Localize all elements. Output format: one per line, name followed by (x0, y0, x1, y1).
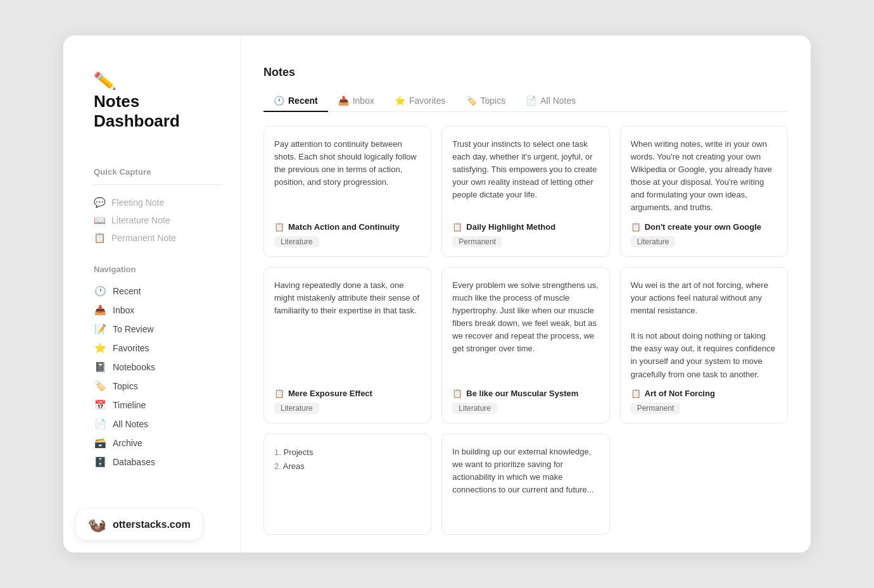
sidebar-item-notebooks[interactable]: 📓 Notebooks (94, 358, 222, 377)
note-card[interactable]: Pay attention to continuity between shot… (263, 126, 431, 257)
tab-recent[interactable]: 🕐 Recent (263, 91, 328, 112)
sidebar-item-databases[interactable]: 🗄️ Databases (94, 453, 222, 472)
note-tag: Permanent (631, 403, 681, 414)
quick-capture-literature[interactable]: 📖 Literature Note (94, 211, 222, 229)
list-item: Projects (274, 446, 421, 460)
tab-favorites-label: Favorites (409, 96, 446, 106)
sidebar-item-timeline[interactable]: 📅 Timeline (94, 396, 222, 415)
note-card[interactable]: Projects Areas (263, 434, 431, 535)
note-body-para2: It is not about doing nothing or taking … (631, 330, 777, 381)
note-footer: 📋 Match Action and Continuity Literature (274, 222, 421, 247)
note-body: When writing notes, write in your own wo… (631, 138, 777, 215)
tab-favorites[interactable]: ⭐ Favorites (384, 91, 456, 112)
sidebar-item-databases-label: Databases (113, 457, 155, 467)
sidebar-item-topics-label: Topics (113, 381, 138, 391)
favorites-icon: ⭐ (94, 342, 106, 354)
sidebar-item-archive[interactable]: 🗃️ Archive (94, 434, 222, 453)
note-body: Every problem we solve strengthens us, m… (452, 279, 598, 381)
note-body: In building up our external knowledge, w… (452, 446, 598, 525)
tab-topics-label: Topics (481, 96, 506, 106)
note-card[interactable]: Every problem we solve strengthens us, m… (441, 267, 609, 423)
note-title: Art of Not Forcing (645, 389, 715, 398)
note-title-row: 📋 Art of Not Forcing (631, 389, 777, 398)
sidebar-item-recent[interactable]: 🕐 Recent (94, 282, 222, 301)
note-footer: 📋 Daily Highlight Method Permanent (452, 222, 598, 247)
all-notes-icon: 📄 (94, 418, 106, 430)
fleeting-note-icon: 💬 (94, 197, 105, 208)
note-body: Having repeatedly done a task, one might… (274, 279, 421, 381)
inbox-icon: 📥 (94, 304, 106, 316)
sidebar: ✏️ Notes Dashboard Quick Capture 💬 Fleet… (63, 35, 241, 552)
note-body: Pay attention to continuity between shot… (274, 138, 421, 215)
sidebar-header: ✏️ Notes Dashboard (94, 66, 222, 131)
note-tag: Permanent (452, 236, 502, 247)
tab-recent-icon: 🕐 (274, 96, 284, 106)
watermark-footer: 🦦 otterstacks.com (76, 510, 202, 540)
notes-grid: Pay attention to continuity between shot… (263, 126, 788, 535)
note-footer: 📋 Don't create your own Google Literatur… (631, 222, 777, 247)
quick-capture-fleeting[interactable]: 💬 Fleeting Note (94, 194, 222, 211)
sidebar-item-favorites[interactable]: ⭐ Favorites (94, 339, 222, 358)
note-card[interactable]: In building up our external knowledge, w… (441, 434, 609, 535)
note-card[interactable]: Wu wei is the art of not forcing, where … (620, 267, 788, 423)
note-list: Projects Areas (274, 446, 421, 473)
tab-all-notes[interactable]: 📄 All Notes (516, 91, 586, 112)
fleeting-note-label: Fleeting Note (111, 197, 164, 208)
app-title: Notes Dashboard (94, 92, 222, 131)
notebooks-icon: 📓 (94, 361, 106, 373)
note-type-icon: 📋 (452, 389, 462, 398)
quick-capture-permanent[interactable]: 📋 Permanent Note (94, 229, 222, 247)
tab-topics-icon: 🏷️ (466, 96, 477, 106)
note-tag: Literature (452, 403, 497, 414)
note-title: Daily Highlight Method (466, 222, 555, 232)
tab-inbox-label: Inbox (353, 96, 374, 106)
literature-note-icon: 📖 (94, 215, 105, 226)
note-body: Wu wei is the art of not forcing, where … (631, 279, 777, 381)
quick-capture-divider (94, 184, 222, 185)
note-tag: Literature (274, 403, 319, 414)
sidebar-item-to-review-label: To Review (113, 324, 154, 334)
pencil-icon: ✏️ (93, 60, 223, 92)
app-container: ✏️ Notes Dashboard Quick Capture 💬 Fleet… (63, 35, 811, 552)
literature-note-label: Literature Note (111, 215, 170, 225)
note-type-icon: 📋 (631, 389, 641, 398)
note-title-row: 📋 Don't create your own Google (631, 222, 777, 232)
permanent-note-label: Permanent Note (111, 233, 176, 243)
note-body: Trust your instincts to select one task … (452, 138, 598, 215)
tab-recent-label: Recent (288, 96, 318, 106)
note-tag: Literature (631, 236, 676, 247)
databases-icon: 🗄️ (94, 456, 106, 468)
sidebar-item-favorites-label: Favorites (113, 343, 149, 353)
note-title-row: 📋 Mere Exposure Effect (274, 389, 421, 398)
sidebar-item-topics[interactable]: 🏷️ Topics (94, 377, 222, 396)
sidebar-item-to-review[interactable]: 📝 To Review (94, 320, 222, 339)
note-title: Mere Exposure Effect (288, 389, 372, 398)
sidebar-item-recent-label: Recent (113, 286, 141, 296)
quick-capture-label: Quick Capture (94, 167, 222, 177)
note-title: Be like our Muscular System (466, 389, 578, 398)
sidebar-item-all-notes[interactable]: 📄 All Notes (94, 415, 222, 434)
watermark-text: otterstacks.com (113, 519, 191, 530)
topics-icon: 🏷️ (94, 380, 106, 392)
note-type-icon: 📋 (274, 389, 284, 398)
note-card[interactable]: Trust your instincts to select one task … (441, 126, 609, 257)
tab-all-notes-label: All Notes (540, 96, 576, 106)
note-card[interactable]: Having repeatedly done a task, one might… (263, 267, 431, 423)
sidebar-item-archive-label: Archive (113, 438, 142, 448)
tab-inbox-icon: 📥 (338, 96, 349, 106)
timeline-icon: 📅 (94, 399, 106, 411)
tab-topics[interactable]: 🏷️ Topics (456, 91, 516, 112)
note-type-icon: 📋 (452, 222, 462, 232)
sidebar-item-inbox[interactable]: 📥 Inbox (94, 301, 222, 320)
note-card[interactable]: When writing notes, write in your own wo… (620, 126, 788, 257)
note-body: Projects Areas (274, 446, 421, 525)
sidebar-item-all-notes-label: All Notes (113, 419, 148, 429)
tab-inbox[interactable]: 📥 Inbox (328, 91, 384, 112)
to-review-icon: 📝 (94, 323, 106, 335)
note-type-icon: 📋 (274, 222, 284, 232)
note-body-para1: Wu wei is the art of not forcing, where … (631, 279, 777, 317)
note-footer: 📋 Art of Not Forcing Permanent (631, 389, 777, 414)
navigation-label: Navigation (94, 265, 222, 274)
note-title-row: 📋 Be like our Muscular System (452, 389, 598, 398)
note-footer: 📋 Be like our Muscular System Literature (452, 389, 598, 414)
